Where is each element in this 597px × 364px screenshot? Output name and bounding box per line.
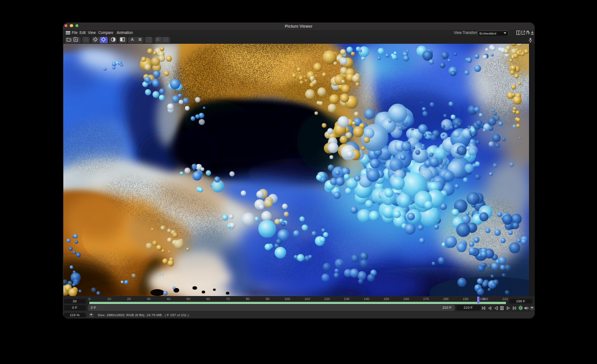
svg-text:x: x [95,38,96,41]
